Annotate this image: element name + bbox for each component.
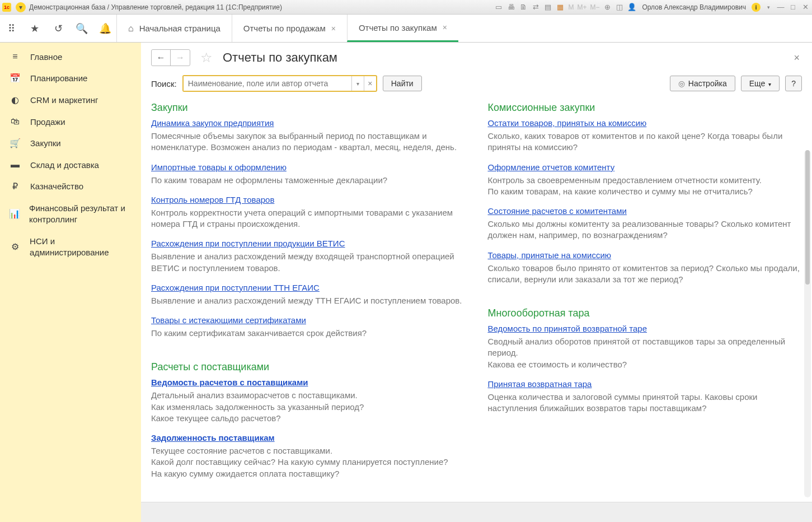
nav-back-button[interactable]: ← xyxy=(152,50,171,66)
report-link[interactable]: Ведомость по принятой возвратной таре xyxy=(488,324,647,333)
search-icon[interactable]: 🔍 xyxy=(75,22,88,35)
settings-label: Настройка xyxy=(688,79,727,88)
report-link[interactable]: Принятая возвратная тара xyxy=(488,379,592,389)
settings-icon: ◎ xyxy=(678,79,685,88)
user-icon: 👤 xyxy=(627,3,636,12)
report-description: Сколько, каких товаров от комитентов и п… xyxy=(488,130,802,153)
sidebar-item-nsi[interactable]: ⚙НСИ и администрирование xyxy=(0,230,141,263)
report-link[interactable]: Остатки товаров, принятых на комиссию xyxy=(488,118,647,128)
report-description: Текущее состояние расчетов с поставщикам… xyxy=(151,445,466,479)
calendar-icon[interactable]: ▦ xyxy=(556,3,565,12)
home-icon: ⌂ xyxy=(128,24,134,34)
info-dd-icon[interactable]: ▾ xyxy=(764,3,773,12)
sidebar-item-sales[interactable]: 🛍Продажи xyxy=(0,111,141,132)
m-plus-icon[interactable]: M+ xyxy=(577,3,586,11)
toolbar-icon-1[interactable]: ▭ xyxy=(494,3,503,12)
menu-icon: ≡ xyxy=(9,52,21,62)
calc-icon[interactable]: ▤ xyxy=(543,3,552,12)
report-link[interactable]: Расхождения при поступлении ТТН ЕГАИС xyxy=(151,283,320,292)
history-icon[interactable]: ↺ xyxy=(51,22,65,35)
tab-purchase-reports[interactable]: Отчеты по закупкам × xyxy=(347,15,458,42)
app-menu-dropdown[interactable]: ▾ xyxy=(16,2,26,12)
find-label: Найти xyxy=(391,79,414,88)
section-title: Закупки xyxy=(151,102,466,114)
scrollbar-vertical[interactable] xyxy=(804,150,811,497)
more-label: Еще xyxy=(749,79,766,88)
search-input[interactable] xyxy=(184,76,351,91)
report-link[interactable]: Контроль номеров ГТД товаров xyxy=(151,195,274,204)
sidebar-label: Закупки xyxy=(30,138,61,148)
apps-icon[interactable]: ⠿ xyxy=(4,22,18,35)
main-toolbar: ⠿ ★ ↺ 🔍 🔔 ⌂ Начальная страница Отчеты по… xyxy=(0,15,812,43)
sidebar-item-planning[interactable]: 📅Планирование xyxy=(0,67,141,89)
sidebar-label: Планирование xyxy=(30,73,87,83)
print-icon[interactable]: 🖶 xyxy=(506,3,515,12)
section-title: Комиссионные закупки xyxy=(488,102,802,114)
report-link[interactable]: Товары с истекающими сертификатами xyxy=(151,315,306,325)
report-description: Выявление и анализ расхождений между вхо… xyxy=(151,251,466,274)
page-title: Отчеты по закупкам xyxy=(223,50,337,65)
close-icon[interactable]: × xyxy=(331,24,336,33)
tab-sales-reports[interactable]: Отчеты по продажам × xyxy=(232,15,347,42)
sidebar-item-crm[interactable]: ◐CRM и маркетинг xyxy=(0,89,141,111)
report-link[interactable]: Оформление отчетов комитенту xyxy=(488,162,615,172)
close-window-icon[interactable]: ✕ xyxy=(801,3,810,12)
notifications-icon[interactable]: 🔔 xyxy=(98,22,112,35)
warehouse-icon: ▬ xyxy=(9,160,21,170)
report-link[interactable]: Динамика закупок предприятия xyxy=(151,118,274,128)
search-label: Поиск: xyxy=(151,79,177,88)
report-link[interactable]: Задолженность поставщикам xyxy=(151,433,275,442)
treasury-icon: ₽ xyxy=(9,181,21,192)
tab-sales-label: Отчеты по продажам xyxy=(243,24,326,33)
cart-icon: 🛒 xyxy=(9,138,21,148)
settings-button[interactable]: ◎Настройка xyxy=(670,76,735,91)
sidebar-item-main[interactable]: ≡Главное xyxy=(0,46,141,67)
m-minus-icon[interactable]: M− xyxy=(590,3,599,11)
window-title: Демонстрационная база / Управление торго… xyxy=(29,3,282,11)
report-link[interactable]: Расхождения при поступлении продукции ВЕ… xyxy=(151,239,345,248)
report-description: Контроль за своевременным предоставление… xyxy=(488,175,802,198)
minimize-icon[interactable]: — xyxy=(776,3,785,12)
report-link[interactable]: Ведомость расчетов с поставщиками xyxy=(151,377,308,387)
report-description: Оценка количества и залоговой суммы прин… xyxy=(488,392,802,414)
tab-home-label: Начальная страница xyxy=(139,24,220,33)
favorite-icon[interactable]: ★ xyxy=(28,22,41,35)
more-button[interactable]: Еще▾ xyxy=(741,76,780,91)
panel-icon[interactable]: ◫ xyxy=(615,3,624,12)
info-icon[interactable]: i xyxy=(752,3,761,12)
sidebar-item-treasury[interactable]: ₽Казначейство xyxy=(0,175,141,197)
app-logo-icon: 1c xyxy=(2,3,11,12)
report-link[interactable]: Товары, принятые на комиссию xyxy=(488,250,612,260)
report-description: Детальный анализ взаиморасчетов с постав… xyxy=(151,390,466,424)
report-description: Выявление и анализ расхождений между ТТН… xyxy=(151,295,466,306)
report-link[interactable]: Импортные товары к оформлению xyxy=(151,162,287,172)
compare-icon[interactable]: ⇄ xyxy=(531,3,540,12)
search-dropdown-icon[interactable]: ▾ xyxy=(351,76,364,91)
sidebar-label: Финансовый результат и контроллинг xyxy=(29,203,132,225)
sidebar-label: НСИ и администрирование xyxy=(30,236,132,258)
m-icon[interactable]: M xyxy=(568,3,574,11)
search-clear-icon[interactable]: × xyxy=(364,76,376,91)
sidebar-label: Продажи xyxy=(30,117,65,127)
report-description: Сколько товаров было принято от комитент… xyxy=(488,263,802,286)
sidebar-item-purchases[interactable]: 🛒Закупки xyxy=(0,132,141,154)
sidebar-item-warehouse[interactable]: ▬Склад и доставка xyxy=(0,154,141,175)
close-page-icon[interactable]: × xyxy=(791,52,802,64)
tab-home[interactable]: ⌂ Начальная страница xyxy=(116,15,232,42)
sales-icon: 🛍 xyxy=(9,116,21,127)
close-icon[interactable]: × xyxy=(443,23,447,32)
doc-icon[interactable]: 🗎 xyxy=(519,3,528,12)
sidebar-item-finresult[interactable]: 📊Финансовый результат и контроллинг xyxy=(0,197,141,230)
scroll-thumb[interactable] xyxy=(805,150,810,285)
zoom-icon[interactable]: ⊕ xyxy=(603,3,612,12)
help-label: ? xyxy=(791,79,796,88)
user-name[interactable]: Орлов Александр Владимирович xyxy=(642,3,746,11)
report-description: Помесячные объемы закупок за выбранный п… xyxy=(151,130,466,153)
nav-forward-button[interactable]: → xyxy=(171,50,190,66)
find-button[interactable]: Найти xyxy=(383,76,422,91)
report-description: Сколько мы должны комитенту за реализова… xyxy=(488,218,802,241)
maximize-icon[interactable]: □ xyxy=(788,3,797,12)
report-link[interactable]: Состояние расчетов с комитентами xyxy=(488,206,627,216)
favorite-star-icon[interactable]: ☆ xyxy=(200,50,213,66)
help-button[interactable]: ? xyxy=(785,76,802,91)
